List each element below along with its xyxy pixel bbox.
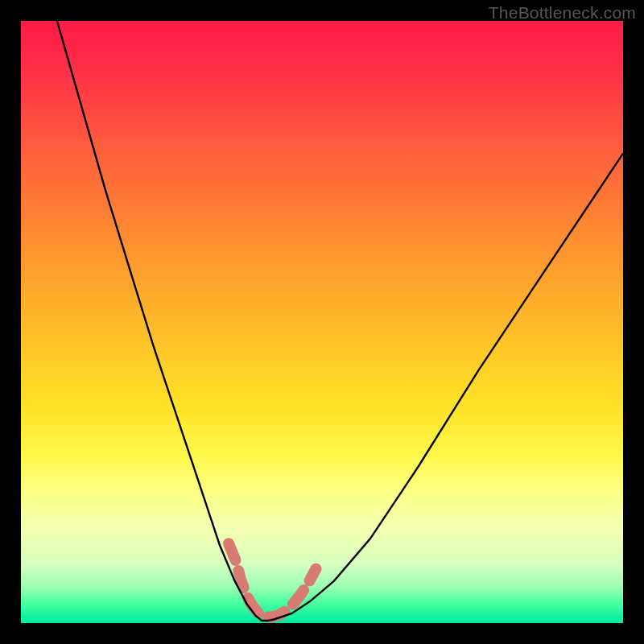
watermark-text: TheBottleneck.com (489, 3, 636, 23)
chart-frame: TheBottleneck.com (0, 0, 644, 644)
bottleneck-curve (57, 21, 623, 621)
plot-area (21, 21, 623, 623)
chart-svg (21, 21, 623, 623)
